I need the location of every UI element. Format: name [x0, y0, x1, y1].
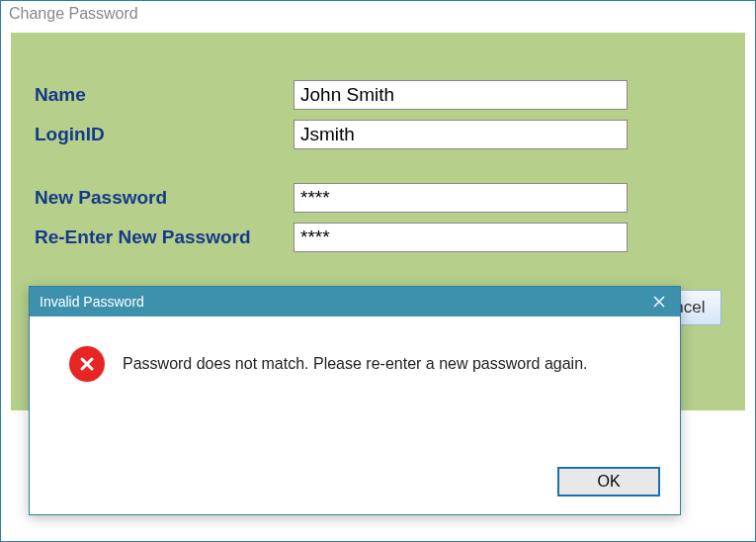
dialog-titlebar: Invalid Password: [30, 287, 680, 316]
dialog-button-row: OK: [557, 467, 660, 497]
dialog-title: Invalid Password: [40, 294, 144, 310]
new-password-input[interactable]: [294, 183, 628, 213]
row-reenter-password: Re-Enter New Password: [35, 223, 721, 252]
row-new-password: New Password: [35, 183, 721, 213]
change-password-window: Change Password Name LoginID New Passwor…: [0, 0, 756, 542]
name-input[interactable]: [294, 80, 628, 110]
row-login: LoginID: [35, 120, 721, 149]
close-icon: [653, 296, 665, 308]
dialog-body: Password does not match. Please re-enter…: [30, 316, 680, 382]
name-label: Name: [35, 84, 294, 106]
dialog-ok-label: OK: [597, 473, 620, 491]
dialog-ok-button[interactable]: OK: [557, 467, 660, 497]
invalid-password-dialog: Invalid Password Password does not match…: [29, 286, 681, 515]
reenter-password-input[interactable]: [294, 223, 628, 252]
login-label: LoginID: [35, 124, 294, 145]
reenter-password-label: Re-Enter New Password: [35, 226, 294, 248]
login-input[interactable]: [294, 120, 628, 149]
error-icon: [69, 346, 105, 382]
dialog-close-button[interactable]: [638, 287, 680, 316]
window-title: Change Password: [1, 1, 755, 27]
new-password-label: New Password: [35, 187, 294, 209]
row-name: Name: [35, 80, 721, 110]
dialog-message: Password does not match. Please re-enter…: [123, 355, 587, 373]
